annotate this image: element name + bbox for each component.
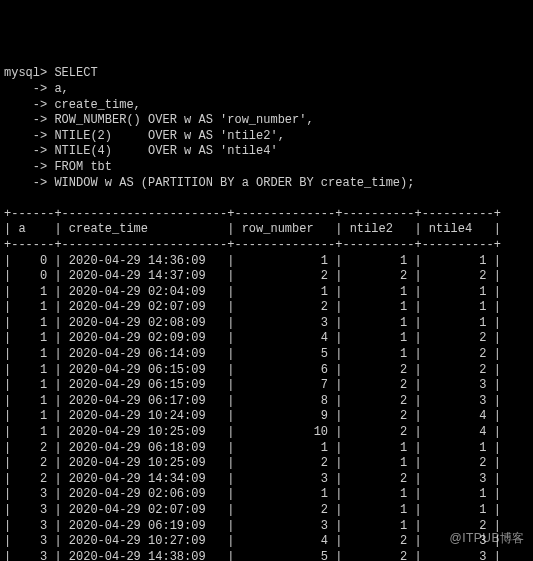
table-row: | 1 | 2020-04-29 02:07:09 | 2 | 1 | 1 | — [4, 300, 529, 316]
table-row: | 0 | 2020-04-29 14:37:09 | 2 | 2 | 2 | — [4, 269, 529, 285]
table-row: | 2 | 2020-04-29 06:18:09 | 1 | 1 | 1 | — [4, 441, 529, 457]
result-table: +------+-----------------------+--------… — [4, 207, 529, 561]
table-separator: +------+-----------------------+--------… — [4, 207, 529, 223]
table-header-row: | a | create_time | row_number | ntile2 … — [4, 222, 529, 238]
query-line: -> create_time, — [4, 98, 529, 114]
table-row: | 1 | 2020-04-29 10:25:09 | 10 | 2 | 4 | — [4, 425, 529, 441]
table-row: | 1 | 2020-04-29 02:08:09 | 3 | 1 | 1 | — [4, 316, 529, 332]
table-row: | 1 | 2020-04-29 06:15:09 | 7 | 2 | 3 | — [4, 378, 529, 394]
table-row: | 1 | 2020-04-29 06:17:09 | 8 | 2 | 3 | — [4, 394, 529, 410]
query-line: -> WINDOW w AS (PARTITION BY a ORDER BY … — [4, 176, 529, 192]
table-row: | 0 | 2020-04-29 14:36:09 | 1 | 1 | 1 | — [4, 254, 529, 270]
table-row: | 1 | 2020-04-29 02:04:09 | 1 | 1 | 1 | — [4, 285, 529, 301]
table-row: | 2 | 2020-04-29 14:34:09 | 3 | 2 | 3 | — [4, 472, 529, 488]
table-row: | 1 | 2020-04-29 02:09:09 | 4 | 1 | 2 | — [4, 331, 529, 347]
table-row: | 1 | 2020-04-29 06:14:09 | 5 | 1 | 2 | — [4, 347, 529, 363]
query-line: -> NTILE(2) OVER w AS 'ntile2', — [4, 129, 529, 145]
query-line: -> a, — [4, 82, 529, 98]
table-separator: +------+-----------------------+--------… — [4, 238, 529, 254]
table-row: | 3 | 2020-04-29 02:06:09 | 1 | 1 | 1 | — [4, 487, 529, 503]
table-row: | 1 | 2020-04-29 10:24:09 | 9 | 2 | 4 | — [4, 409, 529, 425]
sql-query-block: mysql> SELECT -> a, -> create_time, -> R… — [4, 66, 529, 191]
query-line: -> NTILE(4) OVER w AS 'ntile4' — [4, 144, 529, 160]
table-row: | 2 | 2020-04-29 10:25:09 | 2 | 1 | 2 | — [4, 456, 529, 472]
watermark: @ITPUB博客 — [449, 531, 525, 547]
query-line: mysql> SELECT — [4, 66, 529, 82]
table-row: | 1 | 2020-04-29 06:15:09 | 6 | 2 | 2 | — [4, 363, 529, 379]
query-line: -> ROW_NUMBER() OVER w AS 'row_number', — [4, 113, 529, 129]
query-line: -> FROM tbt — [4, 160, 529, 176]
table-row: | 3 | 2020-04-29 02:07:09 | 2 | 1 | 1 | — [4, 503, 529, 519]
table-row: | 3 | 2020-04-29 14:38:09 | 5 | 2 | 3 | — [4, 550, 529, 561]
